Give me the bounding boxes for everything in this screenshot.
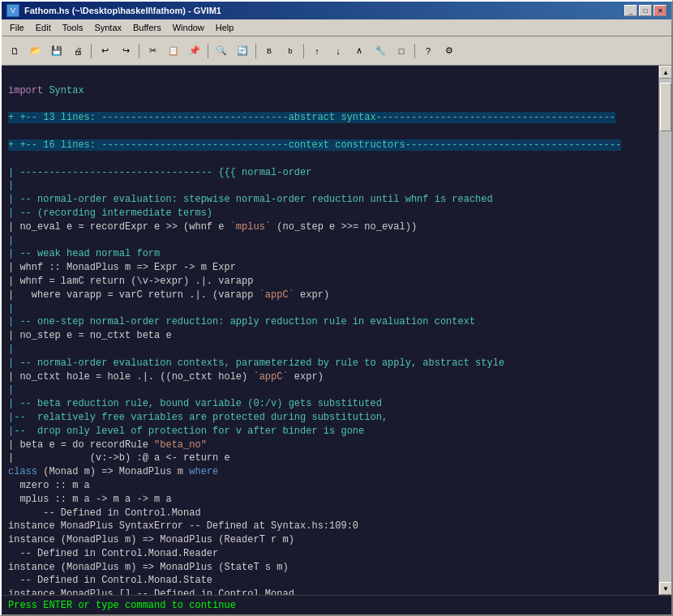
toolbar: 🗋 📂 💾 🖨 ↩ ↪ ✂ 📋 📌 🔍 🔄 B b ↑ ↓ ∧ 🔧 □ ? ⚙ [2, 36, 671, 66]
toolbar-help[interactable]: ? [418, 42, 438, 60]
vertical-scrollbar[interactable]: ▲ ▼ [658, 66, 671, 595]
app-icon: V [6, 4, 19, 17]
toolbar-sep-6 [414, 44, 415, 58]
toolbar-sep-4 [255, 44, 256, 58]
menu-tools[interactable]: Tools [58, 21, 88, 34]
menu-file[interactable]: File [5, 21, 29, 34]
toolbar-sep-3 [208, 44, 208, 58]
code-scroll-area[interactable]: import Syntax + +-- 13 lines: ----------… [2, 66, 658, 595]
close-button[interactable]: ✕ [654, 5, 667, 16]
toolbar-copy[interactable]: 📋 [164, 42, 183, 60]
scrollbar-thumb[interactable] [660, 83, 671, 131]
toolbar-nav1[interactable]: ↑ [307, 42, 327, 60]
code-container: import Syntax + +-- 13 lines: ----------… [2, 66, 671, 595]
status-bar: Press ENTER or type command to continue [2, 595, 671, 614]
toolbar-sep-5 [303, 44, 304, 58]
maximize-button[interactable]: □ [639, 5, 652, 16]
toolbar-sep-1 [91, 44, 92, 58]
menu-window[interactable]: Window [168, 21, 209, 34]
toolbar-run[interactable]: ⚙ [439, 42, 459, 60]
toolbar-new[interactable]: 🗋 [5, 42, 24, 60]
window-title: Fathom.hs (~\Desktop\haskell\fathom) - G… [24, 6, 221, 15]
toolbar-wrench[interactable]: 🔧 [371, 42, 390, 60]
title-controls: _ □ ✕ [624, 5, 667, 16]
toolbar-square[interactable]: □ [392, 42, 411, 60]
main-window: V Fathom.hs (~\Desktop\haskell\fathom) -… [0, 0, 673, 616]
scrollbar-down-button[interactable]: ▼ [659, 582, 671, 595]
toolbar-save[interactable]: 💾 [47, 42, 66, 60]
toolbar-paste[interactable]: 📌 [185, 42, 204, 60]
toolbar-redo[interactable]: ↪ [116, 42, 135, 60]
toolbar-nav3[interactable]: ∧ [349, 42, 369, 60]
toolbar-cut[interactable]: ✂ [143, 42, 162, 60]
toolbar-b2[interactable]: b [281, 42, 300, 60]
menu-edit[interactable]: Edit [31, 21, 56, 34]
scrollbar-up-button[interactable]: ▲ [659, 66, 671, 79]
menu-buffers[interactable]: Buffers [128, 21, 166, 34]
title-bar-left: V Fathom.hs (~\Desktop\haskell\fathom) -… [6, 4, 221, 17]
toolbar-b1[interactable]: B [259, 42, 279, 60]
scrollbar-track[interactable] [659, 79, 671, 582]
toolbar-open[interactable]: 📂 [26, 42, 45, 60]
toolbar-print[interactable]: 🖨 [68, 42, 88, 60]
toolbar-sep-2 [139, 44, 139, 58]
menu-bar: File Edit Tools Syntax Buffers Window He… [2, 19, 671, 36]
menu-syntax[interactable]: Syntax [89, 21, 126, 34]
toolbar-find[interactable]: 🔍 [212, 42, 231, 60]
menu-help[interactable]: Help [211, 21, 239, 34]
code-editor[interactable]: import Syntax + +-- 13 lines: ----------… [2, 66, 658, 595]
title-bar: V Fathom.hs (~\Desktop\haskell\fathom) -… [2, 2, 671, 19]
toolbar-undo[interactable]: ↩ [95, 42, 114, 60]
toolbar-nav2[interactable]: ↓ [328, 42, 348, 60]
toolbar-replace[interactable]: 🔄 [233, 42, 252, 60]
minimize-button[interactable]: _ [624, 5, 637, 16]
status-text: Press ENTER or type command to continue [8, 600, 236, 611]
